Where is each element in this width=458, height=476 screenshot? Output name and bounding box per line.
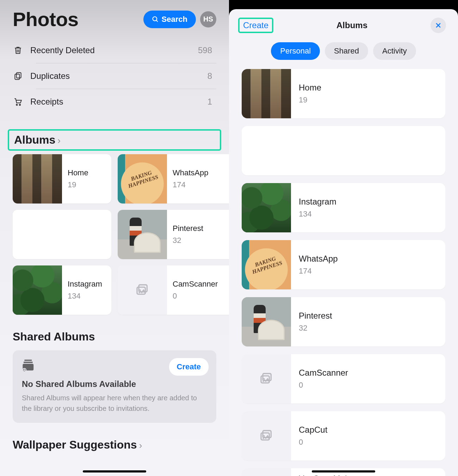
svg-point-0 bbox=[153, 17, 157, 21]
svg-rect-9 bbox=[24, 359, 32, 361]
album-count: 0 bbox=[299, 381, 348, 390]
album-name: CamScanner bbox=[299, 368, 348, 378]
create-button[interactable]: Create bbox=[243, 20, 268, 30]
section-title: Wallpaper Suggestions bbox=[13, 438, 137, 451]
svg-rect-3 bbox=[15, 74, 19, 80]
home-indicator[interactable] bbox=[83, 470, 146, 472]
svg-point-13 bbox=[24, 369, 25, 370]
album-name: Home bbox=[299, 83, 321, 93]
album-card-blank[interactable] bbox=[13, 210, 111, 259]
album-name: YouCam Makeup bbox=[299, 474, 363, 476]
album-list[interactable]: Home19 Instagram134 WhatsApp174 Pinteres… bbox=[229, 69, 458, 476]
album-count: 0 bbox=[173, 292, 218, 301]
album-name: CamScanner bbox=[173, 280, 218, 289]
album-name: Pinterest bbox=[299, 311, 332, 321]
list-item[interactable]: Home19 bbox=[242, 69, 445, 118]
album-thumbnail bbox=[13, 154, 62, 203]
album-thumbnail bbox=[242, 354, 291, 403]
album-thumbnail bbox=[118, 154, 167, 203]
album-card-whatsapp[interactable]: WhatsApp 174 bbox=[118, 154, 229, 203]
albums-sheet-screen: Create Albums Personal Shared Activity H… bbox=[229, 0, 458, 476]
list-item[interactable]: Pinterest32 bbox=[242, 297, 445, 346]
utility-count: 8 bbox=[208, 71, 212, 81]
album-name: Instagram bbox=[68, 280, 102, 289]
album-thumbnail bbox=[13, 265, 62, 315]
home-indicator[interactable] bbox=[312, 470, 375, 472]
utilities-card: Recently Deleted 598 Duplicates 8 Receip… bbox=[13, 38, 216, 114]
album-thumbnail bbox=[118, 210, 167, 259]
album-card-pinterest[interactable]: Pinterest 32 bbox=[118, 210, 229, 259]
tab-personal[interactable]: Personal bbox=[271, 42, 320, 60]
svg-point-4 bbox=[16, 104, 17, 105]
album-scope-segment: Personal Shared Activity bbox=[229, 41, 458, 69]
svg-rect-2 bbox=[17, 73, 21, 78]
album-card-camscanner[interactable]: CamScanner 0 bbox=[118, 265, 229, 315]
section-title: Shared Albums bbox=[13, 330, 95, 343]
tab-shared[interactable]: Shared bbox=[325, 42, 368, 60]
album-count: 174 bbox=[299, 267, 338, 276]
albums-sheet: Create Albums Personal Shared Activity H… bbox=[229, 9, 458, 476]
avatar[interactable]: HS bbox=[200, 11, 216, 27]
sheet-header: Create Albums bbox=[229, 15, 458, 41]
album-thumbnail bbox=[242, 468, 291, 476]
photos-header: Photos Search HS bbox=[13, 0, 216, 38]
album-name: Instagram bbox=[299, 197, 336, 207]
utility-label: Duplicates bbox=[30, 71, 200, 81]
album-count: 32 bbox=[299, 324, 332, 333]
utility-duplicates[interactable]: Duplicates 8 bbox=[13, 63, 216, 89]
shared-create-button[interactable]: Create bbox=[169, 358, 209, 376]
duplicate-icon bbox=[13, 71, 23, 81]
album-name: WhatsApp bbox=[173, 168, 209, 177]
list-item[interactable] bbox=[242, 126, 445, 175]
albums-heading-highlight: Albums › bbox=[8, 129, 221, 151]
svg-line-1 bbox=[156, 20, 157, 21]
album-thumbnail bbox=[242, 69, 291, 118]
album-card-home[interactable]: Home 19 bbox=[13, 154, 111, 203]
page-title: Photos bbox=[13, 8, 79, 31]
album-count: 134 bbox=[68, 292, 102, 301]
sheet-title: Albums bbox=[273, 20, 431, 30]
chevron-right-icon: › bbox=[139, 440, 142, 451]
wallpaper-heading[interactable]: Wallpaper Suggestions › bbox=[13, 438, 216, 451]
album-thumbnail bbox=[242, 183, 291, 232]
album-thumbnail bbox=[242, 126, 291, 175]
close-button[interactable] bbox=[431, 18, 446, 33]
cart-icon bbox=[13, 97, 23, 106]
album-thumbnail bbox=[242, 297, 291, 346]
album-count: 0 bbox=[299, 438, 327, 447]
album-name: WhatsApp bbox=[299, 254, 338, 264]
albums-heading[interactable]: Albums › bbox=[14, 133, 218, 146]
chevron-right-icon: › bbox=[57, 135, 61, 146]
svg-point-5 bbox=[19, 104, 20, 105]
list-item[interactable]: WhatsApp174 bbox=[242, 240, 445, 289]
shared-body: Shared Albums will appear here when they… bbox=[22, 393, 207, 414]
album-name: Pinterest bbox=[173, 224, 203, 233]
album-grid: Home 19 WhatsApp 174 bbox=[13, 154, 216, 315]
tab-activity[interactable]: Activity bbox=[373, 42, 416, 60]
utility-label: Recently Deleted bbox=[30, 45, 191, 55]
shared-albums-card: Create No Shared Albums Available Shared… bbox=[13, 350, 216, 423]
album-count: 174 bbox=[173, 180, 209, 189]
photos-screen: Photos Search HS Recently Deleted 598 bbox=[0, 0, 229, 476]
list-item[interactable]: CapCut0 bbox=[242, 411, 445, 461]
utility-count: 1 bbox=[208, 97, 212, 107]
close-icon bbox=[435, 22, 442, 29]
utility-receipts[interactable]: Receipts 1 bbox=[13, 89, 216, 114]
utility-recently-deleted[interactable]: Recently Deleted 598 bbox=[13, 38, 216, 63]
utility-label: Receipts bbox=[30, 97, 200, 107]
create-highlight: Create bbox=[238, 18, 273, 33]
album-thumbnail bbox=[118, 265, 167, 315]
list-item[interactable]: Instagram134 bbox=[242, 183, 445, 232]
album-count: 19 bbox=[68, 180, 88, 189]
search-icon bbox=[152, 16, 159, 23]
search-button[interactable]: Search bbox=[143, 11, 196, 28]
utility-count: 598 bbox=[198, 45, 212, 55]
shared-headline: No Shared Albums Available bbox=[22, 379, 207, 389]
album-thumbnail bbox=[13, 210, 62, 259]
album-card-instagram[interactable]: Instagram 134 bbox=[13, 265, 111, 315]
album-count: 134 bbox=[299, 209, 336, 219]
section-title: Albums bbox=[14, 133, 55, 146]
list-item[interactable]: CamScanner0 bbox=[242, 354, 445, 403]
album-thumbnail bbox=[242, 411, 291, 461]
album-name: Home bbox=[68, 168, 88, 177]
